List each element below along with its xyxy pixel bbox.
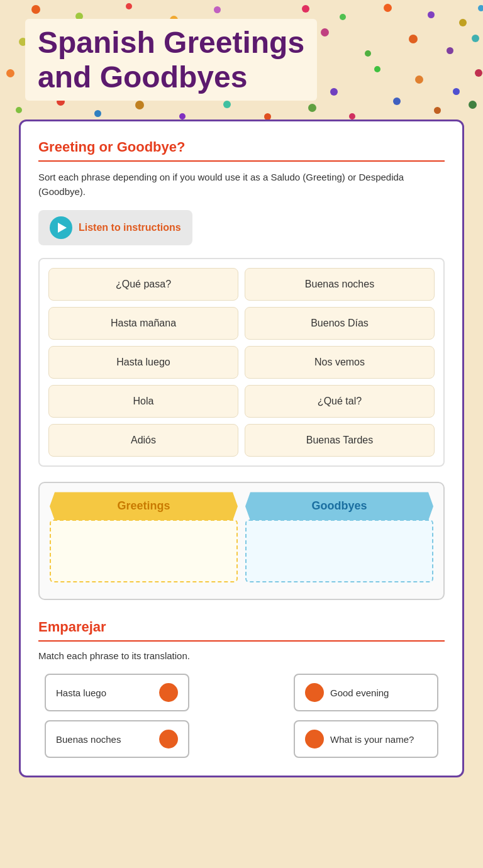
phrases-grid: ¿Qué pasa?Buenas nochesHasta mañanaBueno… [48, 268, 435, 457]
match-area: Hasta luego Good evening Buenas noches W… [38, 674, 445, 758]
goodbyes-drop-zone[interactable] [245, 520, 433, 582]
confetti-dot [264, 113, 271, 120]
section1-description: Sort each phrase depending on if you wou… [38, 170, 445, 199]
greetings-banner: Greetings [50, 492, 238, 520]
match-connector-right[interactable] [305, 683, 324, 702]
phrase-item[interactable]: Adiós [48, 424, 238, 457]
drop-zones-outer: Greetings Goodbyes [38, 482, 445, 600]
title-line1: Spanish Greetings [38, 26, 304, 59]
match-phrase: Hasta luego [56, 687, 106, 698]
match-right-box[interactable]: What is your name? [294, 720, 438, 758]
main-card: Greeting or Goodbye? Sort each phrase de… [19, 120, 464, 777]
drop-zones: Greetings Goodbyes [46, 492, 437, 582]
match-translation: Good evening [330, 687, 389, 698]
match-right-box[interactable]: Good evening [294, 674, 438, 711]
match-connector-right[interactable] [305, 730, 324, 748]
match-left-box[interactable]: Hasta luego [45, 674, 189, 711]
match-translation: What is your name? [330, 734, 414, 745]
greeting-section: Greeting or Goodbye? Sort each phrase de… [38, 139, 445, 600]
phrase-item[interactable]: ¿Qué pasa? [48, 268, 238, 301]
listen-button[interactable]: Listen to instructions [38, 210, 192, 245]
play-icon [50, 216, 72, 239]
play-triangle-icon [58, 223, 67, 233]
title-line2: and Goodbyes [38, 60, 247, 94]
phrase-item[interactable]: Buenas Tardes [245, 424, 435, 457]
page-title: Spanish Greetings and Goodbyes [38, 25, 304, 94]
phrase-item[interactable]: Hasta mañana [48, 307, 238, 340]
match-phrase: Buenas noches [56, 734, 121, 745]
match-pair-row: Hasta luego Good evening [45, 674, 438, 711]
match-left-box[interactable]: Buenas noches [45, 720, 189, 758]
section2-title: Emparejar [38, 619, 445, 635]
goodbyes-banner: Goodbyes [245, 492, 433, 520]
title-box: Spanish Greetings and Goodbyes [25, 19, 317, 101]
phrase-item[interactable]: Hasta luego [48, 346, 238, 379]
emparejar-section: Emparejar Match each phrase to its trans… [38, 619, 445, 758]
goodbyes-zone-wrapper: Goodbyes [242, 492, 437, 582]
section2-description: Match each phrase to its translation. [38, 650, 445, 661]
match-pair-row: Buenas noches What is your name? [45, 720, 438, 758]
match-connector-left[interactable] [159, 730, 178, 748]
greetings-drop-zone[interactable] [50, 520, 238, 582]
match-connector-left[interactable] [159, 683, 178, 702]
phrase-item[interactable]: ¿Qué tal? [245, 385, 435, 418]
confetti-dot [179, 113, 186, 120]
phrase-item[interactable]: Nos vemos [245, 346, 435, 379]
confetti-dot [349, 113, 355, 120]
title-area: Spanish Greetings and Goodbyes [0, 0, 483, 113]
phrases-container: ¿Qué pasa?Buenas nochesHasta mañanaBueno… [38, 258, 445, 467]
phrase-item[interactable]: Hola [48, 385, 238, 418]
greetings-zone-wrapper: Greetings [46, 492, 242, 582]
phrase-item[interactable]: Buenas noches [245, 268, 435, 301]
phrase-item[interactable]: Buenos Días [245, 307, 435, 340]
section2-divider [38, 640, 445, 642]
listen-label: Listen to instructions [79, 222, 181, 233]
section1-title: Greeting or Goodbye? [38, 139, 445, 155]
section1-divider [38, 160, 445, 162]
